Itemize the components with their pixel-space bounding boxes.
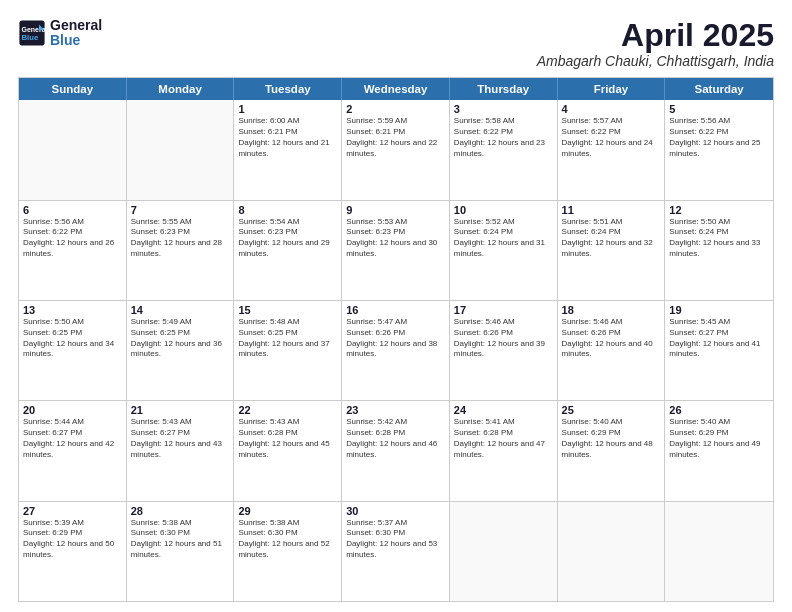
empty-cell-0-0: [19, 100, 127, 199]
cell-info: Sunrise: 5:44 AM Sunset: 6:27 PM Dayligh…: [23, 417, 122, 460]
weekday-saturday: Saturday: [665, 78, 773, 100]
cell-info: Sunrise: 5:50 AM Sunset: 6:24 PM Dayligh…: [669, 217, 769, 260]
logo: General Blue General Blue: [18, 18, 102, 49]
day-cell-23: 23Sunrise: 5:42 AM Sunset: 6:28 PM Dayli…: [342, 401, 450, 500]
calendar-row-2: 13Sunrise: 5:50 AM Sunset: 6:25 PM Dayli…: [19, 300, 773, 400]
day-cell-7: 7Sunrise: 5:55 AM Sunset: 6:23 PM Daylig…: [127, 201, 235, 300]
day-cell-15: 15Sunrise: 5:48 AM Sunset: 6:25 PM Dayli…: [234, 301, 342, 400]
logo-icon: General Blue: [18, 19, 46, 47]
month-title: April 2025: [537, 18, 774, 53]
weekday-sunday: Sunday: [19, 78, 127, 100]
day-cell-3: 3Sunrise: 5:58 AM Sunset: 6:22 PM Daylig…: [450, 100, 558, 199]
page: General Blue General Blue April 2025 Amb…: [0, 0, 792, 612]
cell-info: Sunrise: 5:45 AM Sunset: 6:27 PM Dayligh…: [669, 317, 769, 360]
day-cell-10: 10Sunrise: 5:52 AM Sunset: 6:24 PM Dayli…: [450, 201, 558, 300]
day-number: 21: [131, 404, 230, 416]
weekday-thursday: Thursday: [450, 78, 558, 100]
cell-info: Sunrise: 5:55 AM Sunset: 6:23 PM Dayligh…: [131, 217, 230, 260]
calendar-row-0: 1Sunrise: 6:00 AM Sunset: 6:21 PM Daylig…: [19, 100, 773, 199]
day-cell-2: 2Sunrise: 5:59 AM Sunset: 6:21 PM Daylig…: [342, 100, 450, 199]
cell-info: Sunrise: 5:56 AM Sunset: 6:22 PM Dayligh…: [23, 217, 122, 260]
day-cell-4: 4Sunrise: 5:57 AM Sunset: 6:22 PM Daylig…: [558, 100, 666, 199]
calendar: SundayMondayTuesdayWednesdayThursdayFrid…: [18, 77, 774, 602]
day-number: 5: [669, 103, 769, 115]
day-number: 28: [131, 505, 230, 517]
day-cell-16: 16Sunrise: 5:47 AM Sunset: 6:26 PM Dayli…: [342, 301, 450, 400]
cell-info: Sunrise: 5:43 AM Sunset: 6:28 PM Dayligh…: [238, 417, 337, 460]
location-title: Ambagarh Chauki, Chhattisgarh, India: [537, 53, 774, 69]
day-number: 8: [238, 204, 337, 216]
cell-info: Sunrise: 5:47 AM Sunset: 6:26 PM Dayligh…: [346, 317, 445, 360]
day-number: 15: [238, 304, 337, 316]
day-cell-14: 14Sunrise: 5:49 AM Sunset: 6:25 PM Dayli…: [127, 301, 235, 400]
day-cell-17: 17Sunrise: 5:46 AM Sunset: 6:26 PM Dayli…: [450, 301, 558, 400]
day-number: 19: [669, 304, 769, 316]
cell-info: Sunrise: 5:37 AM Sunset: 6:30 PM Dayligh…: [346, 518, 445, 561]
day-number: 6: [23, 204, 122, 216]
day-number: 27: [23, 505, 122, 517]
cell-info: Sunrise: 5:49 AM Sunset: 6:25 PM Dayligh…: [131, 317, 230, 360]
day-number: 26: [669, 404, 769, 416]
cell-info: Sunrise: 5:52 AM Sunset: 6:24 PM Dayligh…: [454, 217, 553, 260]
cell-info: Sunrise: 5:53 AM Sunset: 6:23 PM Dayligh…: [346, 217, 445, 260]
cell-info: Sunrise: 5:48 AM Sunset: 6:25 PM Dayligh…: [238, 317, 337, 360]
day-number: 14: [131, 304, 230, 316]
day-number: 7: [131, 204, 230, 216]
calendar-row-3: 20Sunrise: 5:44 AM Sunset: 6:27 PM Dayli…: [19, 400, 773, 500]
cell-info: Sunrise: 5:57 AM Sunset: 6:22 PM Dayligh…: [562, 116, 661, 159]
cell-info: Sunrise: 5:54 AM Sunset: 6:23 PM Dayligh…: [238, 217, 337, 260]
day-number: 20: [23, 404, 122, 416]
day-cell-21: 21Sunrise: 5:43 AM Sunset: 6:27 PM Dayli…: [127, 401, 235, 500]
calendar-row-4: 27Sunrise: 5:39 AM Sunset: 6:29 PM Dayli…: [19, 501, 773, 601]
day-cell-22: 22Sunrise: 5:43 AM Sunset: 6:28 PM Dayli…: [234, 401, 342, 500]
day-number: 29: [238, 505, 337, 517]
cell-info: Sunrise: 5:43 AM Sunset: 6:27 PM Dayligh…: [131, 417, 230, 460]
day-cell-30: 30Sunrise: 5:37 AM Sunset: 6:30 PM Dayli…: [342, 502, 450, 601]
empty-cell-4-5: [558, 502, 666, 601]
day-number: 3: [454, 103, 553, 115]
day-number: 9: [346, 204, 445, 216]
empty-cell-0-1: [127, 100, 235, 199]
cell-info: Sunrise: 5:38 AM Sunset: 6:30 PM Dayligh…: [131, 518, 230, 561]
day-number: 24: [454, 404, 553, 416]
day-cell-28: 28Sunrise: 5:38 AM Sunset: 6:30 PM Dayli…: [127, 502, 235, 601]
calendar-header: SundayMondayTuesdayWednesdayThursdayFrid…: [19, 78, 773, 100]
day-number: 12: [669, 204, 769, 216]
cell-info: Sunrise: 5:46 AM Sunset: 6:26 PM Dayligh…: [562, 317, 661, 360]
logo-blue: Blue: [50, 33, 102, 48]
day-cell-19: 19Sunrise: 5:45 AM Sunset: 6:27 PM Dayli…: [665, 301, 773, 400]
day-number: 18: [562, 304, 661, 316]
weekday-monday: Monday: [127, 78, 235, 100]
cell-info: Sunrise: 5:40 AM Sunset: 6:29 PM Dayligh…: [562, 417, 661, 460]
day-cell-6: 6Sunrise: 5:56 AM Sunset: 6:22 PM Daylig…: [19, 201, 127, 300]
day-number: 2: [346, 103, 445, 115]
cell-info: Sunrise: 5:41 AM Sunset: 6:28 PM Dayligh…: [454, 417, 553, 460]
logo-general: General: [50, 18, 102, 33]
day-number: 17: [454, 304, 553, 316]
calendar-body: 1Sunrise: 6:00 AM Sunset: 6:21 PM Daylig…: [19, 100, 773, 601]
cell-info: Sunrise: 5:50 AM Sunset: 6:25 PM Dayligh…: [23, 317, 122, 360]
day-number: 10: [454, 204, 553, 216]
day-cell-8: 8Sunrise: 5:54 AM Sunset: 6:23 PM Daylig…: [234, 201, 342, 300]
cell-info: Sunrise: 6:00 AM Sunset: 6:21 PM Dayligh…: [238, 116, 337, 159]
day-cell-11: 11Sunrise: 5:51 AM Sunset: 6:24 PM Dayli…: [558, 201, 666, 300]
day-number: 22: [238, 404, 337, 416]
empty-cell-4-4: [450, 502, 558, 601]
weekday-friday: Friday: [558, 78, 666, 100]
cell-info: Sunrise: 5:58 AM Sunset: 6:22 PM Dayligh…: [454, 116, 553, 159]
day-number: 13: [23, 304, 122, 316]
cell-info: Sunrise: 5:39 AM Sunset: 6:29 PM Dayligh…: [23, 518, 122, 561]
cell-info: Sunrise: 5:56 AM Sunset: 6:22 PM Dayligh…: [669, 116, 769, 159]
day-cell-20: 20Sunrise: 5:44 AM Sunset: 6:27 PM Dayli…: [19, 401, 127, 500]
svg-text:Blue: Blue: [22, 33, 39, 42]
cell-info: Sunrise: 5:38 AM Sunset: 6:30 PM Dayligh…: [238, 518, 337, 561]
day-cell-12: 12Sunrise: 5:50 AM Sunset: 6:24 PM Dayli…: [665, 201, 773, 300]
day-cell-29: 29Sunrise: 5:38 AM Sunset: 6:30 PM Dayli…: [234, 502, 342, 601]
day-number: 16: [346, 304, 445, 316]
day-number: 25: [562, 404, 661, 416]
empty-cell-4-6: [665, 502, 773, 601]
weekday-tuesday: Tuesday: [234, 78, 342, 100]
cell-info: Sunrise: 5:46 AM Sunset: 6:26 PM Dayligh…: [454, 317, 553, 360]
day-cell-13: 13Sunrise: 5:50 AM Sunset: 6:25 PM Dayli…: [19, 301, 127, 400]
cell-info: Sunrise: 5:40 AM Sunset: 6:29 PM Dayligh…: [669, 417, 769, 460]
